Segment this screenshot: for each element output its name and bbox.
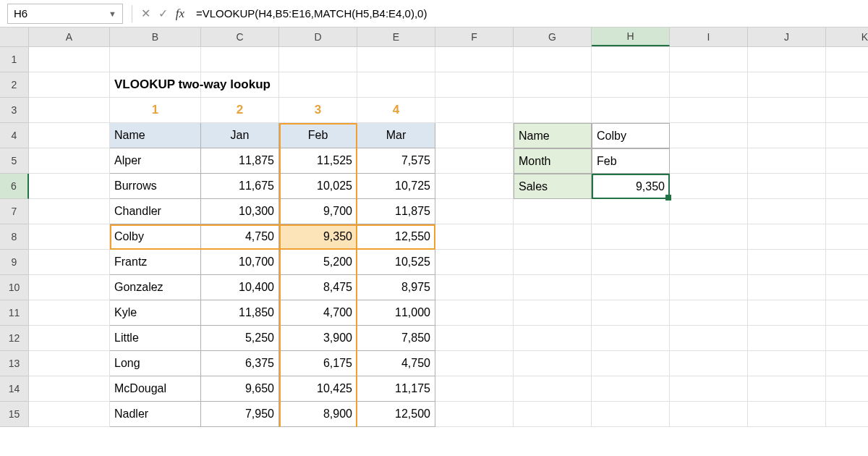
- row-header[interactable]: 7: [0, 199, 29, 224]
- table-cell[interactable]: 12,550: [357, 224, 435, 250]
- table-cell[interactable]: 10,725: [357, 174, 435, 199]
- row-header[interactable]: 12: [0, 326, 29, 351]
- spreadsheet-grid[interactable]: A B C D E F G H I J K 1 2 3 4 5 6 7 8 9 …: [0, 28, 868, 427]
- table-cell[interactable]: 11,175: [357, 376, 435, 402]
- table-cell[interactable]: Gonzalez: [110, 275, 201, 300]
- table-cell[interactable]: 10,700: [201, 250, 279, 275]
- table-cell[interactable]: 12,500: [357, 402, 435, 427]
- table-cell[interactable]: 4,750: [201, 224, 279, 250]
- table-cell[interactable]: Colby: [110, 224, 201, 250]
- table-cell[interactable]: 11,875: [201, 148, 279, 174]
- confirm-icon[interactable]: ✓: [154, 5, 171, 22]
- col-index[interactable]: 4: [357, 98, 435, 123]
- table-cell[interactable]: 10,525: [357, 250, 435, 275]
- row-header[interactable]: 5: [0, 148, 29, 174]
- table-cell[interactable]: Long: [110, 351, 201, 376]
- table-cell[interactable]: 7,950: [201, 402, 279, 427]
- lookup-label[interactable]: Sales: [514, 174, 592, 199]
- title-cell[interactable]: VLOOKUP two-way lookup: [110, 72, 201, 98]
- table-cell[interactable]: 9,650: [201, 376, 279, 402]
- table-cell[interactable]: 8,900: [279, 402, 357, 427]
- col-header[interactable]: F: [435, 28, 514, 46]
- col-header[interactable]: I: [670, 28, 748, 46]
- col-header[interactable]: D: [279, 28, 357, 46]
- table-cell[interactable]: 7,850: [357, 326, 435, 351]
- row-header[interactable]: 8: [0, 224, 29, 250]
- col-index[interactable]: 3: [279, 98, 357, 123]
- col-index[interactable]: 1: [110, 98, 201, 123]
- cell-area[interactable]: VLOOKUP two-way lookup 1 2 3 4 Name Jan …: [29, 47, 868, 427]
- formula-bar: H6 ▼ ✕ ✓ fx =VLOOKUP(H4,B5:E16,MATCH(H5,…: [0, 0, 868, 28]
- table-cell[interactable]: Chandler: [110, 199, 201, 224]
- row-header[interactable]: 3: [0, 98, 29, 123]
- table-cell[interactable]: 10,025: [279, 174, 357, 199]
- table-cell[interactable]: 3,900: [279, 326, 357, 351]
- formula-input[interactable]: =VLOOKUP(H4,B5:E16,MATCH(H5,B4:E4,0),0): [189, 7, 868, 20]
- col-header[interactable]: A: [29, 28, 110, 46]
- chevron-down-icon[interactable]: ▼: [109, 9, 116, 18]
- table-cell[interactable]: 11,875: [357, 199, 435, 224]
- table-cell[interactable]: Little: [110, 326, 201, 351]
- row-header[interactable]: 14: [0, 376, 29, 402]
- fx-icon[interactable]: fx: [171, 5, 189, 22]
- lookup-label[interactable]: Name: [514, 123, 592, 148]
- table-header[interactable]: Feb: [279, 123, 357, 148]
- table-cell[interactable]: 4,700: [279, 300, 357, 326]
- row-headers: 1 2 3 4 5 6 7 8 9 10 11 12 13 14 15: [0, 47, 29, 427]
- table-cell[interactable]: 4,750: [357, 351, 435, 376]
- table-cell[interactable]: 8,475: [279, 275, 357, 300]
- row-header[interactable]: 2: [0, 72, 29, 98]
- table-cell[interactable]: 10,425: [279, 376, 357, 402]
- table-cell[interactable]: 11,675: [201, 174, 279, 199]
- table-cell[interactable]: 11,525: [279, 148, 357, 174]
- table-cell[interactable]: 10,400: [201, 275, 279, 300]
- lookup-value[interactable]: Feb: [592, 148, 670, 174]
- table-cell[interactable]: Nadler: [110, 402, 201, 427]
- lookup-result[interactable]: 9,350: [592, 174, 670, 199]
- row-header-active[interactable]: 6: [0, 174, 29, 199]
- row-header[interactable]: 15: [0, 402, 29, 427]
- table-cell[interactable]: Kyle: [110, 300, 201, 326]
- table-cell[interactable]: 8,975: [357, 275, 435, 300]
- table-cell[interactable]: 7,575: [357, 148, 435, 174]
- fill-handle-icon[interactable]: [665, 195, 671, 200]
- table-cell[interactable]: 6,175: [279, 351, 357, 376]
- table-cell[interactable]: 6,375: [201, 351, 279, 376]
- select-all-corner[interactable]: [0, 28, 29, 46]
- table-cell[interactable]: 5,250: [201, 326, 279, 351]
- row-header[interactable]: 11: [0, 300, 29, 326]
- cancel-icon[interactable]: ✕: [137, 5, 154, 22]
- col-header[interactable]: K: [826, 28, 868, 46]
- lookup-label[interactable]: Month: [514, 148, 592, 174]
- row-header[interactable]: 4: [0, 123, 29, 148]
- table-cell[interactable]: 9,700: [279, 199, 357, 224]
- table-header[interactable]: Mar: [357, 123, 435, 148]
- table-cell[interactable]: 10,300: [201, 199, 279, 224]
- table-cell[interactable]: 11,000: [357, 300, 435, 326]
- col-header[interactable]: B: [110, 28, 201, 46]
- row-header[interactable]: 10: [0, 275, 29, 300]
- table-cell[interactable]: Frantz: [110, 250, 201, 275]
- table-cell[interactable]: 11,850: [201, 300, 279, 326]
- col-header-active[interactable]: H: [592, 28, 670, 46]
- col-header[interactable]: E: [357, 28, 435, 46]
- table-header[interactable]: Jan: [201, 123, 279, 148]
- table-cell[interactable]: 5,200: [279, 250, 357, 275]
- row-header[interactable]: 1: [0, 47, 29, 72]
- divider: [132, 5, 132, 22]
- row-header[interactable]: 13: [0, 351, 29, 376]
- name-box[interactable]: H6 ▼: [7, 4, 123, 24]
- col-header[interactable]: J: [748, 28, 826, 46]
- lookup-value[interactable]: Colby: [592, 123, 670, 148]
- col-header[interactable]: C: [201, 28, 279, 46]
- table-cell[interactable]: McDougal: [110, 376, 201, 402]
- col-header[interactable]: G: [514, 28, 592, 46]
- table-header[interactable]: Name: [110, 123, 201, 148]
- column-headers: A B C D E F G H I J K: [0, 28, 868, 47]
- col-index[interactable]: 2: [201, 98, 279, 123]
- cell-reference: H6: [14, 7, 27, 20]
- table-cell-highlight[interactable]: 9,350: [279, 224, 357, 250]
- table-cell[interactable]: Alper: [110, 148, 201, 174]
- table-cell[interactable]: Burrows: [110, 174, 201, 199]
- row-header[interactable]: 9: [0, 250, 29, 275]
